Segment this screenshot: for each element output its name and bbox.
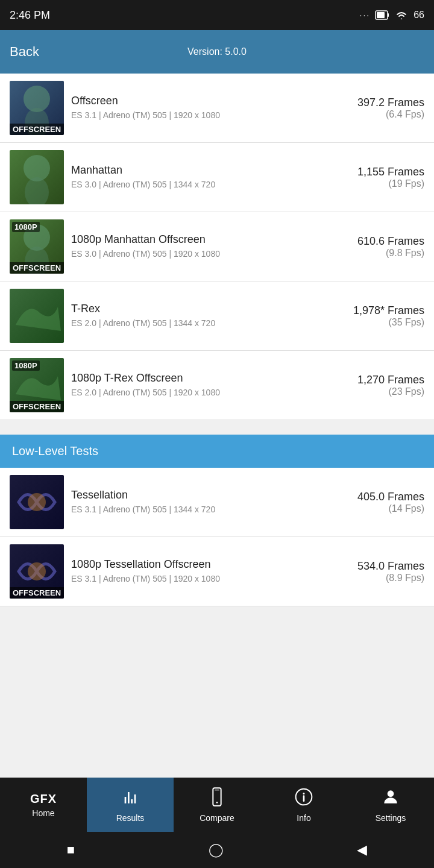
nav-label-home: Home (32, 808, 54, 818)
nav-icon-info (294, 787, 313, 811)
bench-row-offscreen[interactable]: OffscreenOffscreenES 3.1 | Adreno (TM) 5… (0, 74, 434, 143)
top-nav: Back Version: 5.0.0 (0, 30, 434, 74)
nav-label-compare: Compare (200, 813, 234, 823)
bench-fps-offscreen: (6.4 Fps) (346, 109, 424, 120)
svg-rect-1 (377, 12, 385, 18)
status-time: 2:46 PM (10, 9, 50, 22)
bench-name-offscreen: Offscreen (71, 95, 339, 107)
bench-score-manhattan: 1,155 Frames(19 Fps) (346, 166, 424, 189)
bench-row-manhattan[interactable]: ManhattanES 3.0 | Adreno (TM) 505 | 1344… (0, 143, 434, 212)
bench-frames-offscreen: 397.2 Frames (346, 96, 424, 109)
bench-row-manhattan-1080p[interactable]: 1080POffscreen1080p Manhattan OffscreenE… (0, 212, 434, 281)
nav-item-home[interactable]: GFXHome (0, 778, 87, 832)
nav-icon-settings (381, 787, 400, 811)
android-back-button[interactable]: ◀ (357, 842, 367, 858)
overlay-label-trex-1080p: Offscreen (10, 401, 64, 412)
bench-score-trex: 1,978* Frames(35 Fps) (346, 304, 424, 328)
bench-fps-trex-1080p: (23 Fps) (346, 386, 424, 397)
gfx-logo: GFX (30, 792, 57, 806)
bench-meta-trex-1080p: ES 2.0 | Adreno (TM) 505 | 1920 x 1080 (71, 387, 339, 399)
nav-icon-results (121, 787, 140, 811)
bench-frames-tessellation: 405.0 Frames (346, 491, 424, 503)
bench-info-trex-1080p: 1080p T-Rex OffscreenES 2.0 | Adreno (TM… (64, 372, 346, 399)
wifi-icon (394, 10, 409, 20)
bench-meta-tessellation-1080p: ES 3.1 | Adreno (TM) 505 | 1920 x 1080 (71, 573, 339, 585)
version-label: Version: 5.0.0 (187, 46, 247, 57)
bench-score-offscreen: 397.2 Frames(6.4 Fps) (346, 96, 424, 120)
bench-fps-tessellation: (14 Fps) (346, 503, 424, 514)
svg-point-12 (216, 802, 218, 804)
bench-meta-manhattan-1080p: ES 3.0 | Adreno (TM) 505 | 1920 x 1080 (71, 248, 339, 260)
bench-info-tessellation-1080p: 1080p Tessellation OffscreenES 3.1 | Adr… (64, 558, 346, 585)
nav-item-settings[interactable]: Settings (347, 778, 434, 832)
bench-thumb-manhattan (10, 150, 64, 204)
res-label-trex-1080p: 1080P (12, 360, 40, 371)
bench-info-manhattan-1080p: 1080p Manhattan OffscreenES 3.0 | Adreno… (64, 233, 346, 260)
bench-score-tessellation: 405.0 Frames(14 Fps) (346, 491, 424, 514)
bench-thumb-trex-1080p: 1080POffscreen (10, 358, 64, 412)
bench-name-manhattan: Manhattan (71, 164, 339, 177)
bench-name-trex: T-Rex (71, 303, 339, 315)
bench-frames-trex: 1,978* Frames (346, 304, 424, 317)
bottom-nav: GFXHomeResultsCompareInfoSettings (0, 778, 434, 832)
section-spacer (0, 420, 434, 435)
bench-meta-tessellation: ES 3.1 | Adreno (TM) 505 | 1344 x 720 (71, 504, 339, 516)
low-level-section-header: Low-Level Tests (0, 435, 434, 468)
android-nav: ■ ◯ ◀ (0, 832, 434, 868)
bench-meta-trex: ES 2.0 | Adreno (TM) 505 | 1344 x 720 (71, 318, 339, 330)
status-dots: ··· (360, 10, 371, 20)
bench-frames-manhattan-1080p: 610.6 Frames (346, 235, 424, 248)
bench-score-manhattan-1080p: 610.6 Frames(9.8 Fps) (346, 235, 424, 259)
low-level-content: TessellationES 3.1 | Adreno (TM) 505 | 1… (0, 468, 434, 606)
bench-score-trex-1080p: 1,270 Frames(23 Fps) (346, 374, 424, 397)
bench-thumb-offscreen: Offscreen (10, 81, 64, 135)
battery-icon (375, 10, 389, 20)
content-area: OffscreenOffscreenES 3.1 | Adreno (TM) 5… (0, 74, 434, 435)
overlay-label-offscreen: Offscreen (10, 124, 64, 135)
status-bar: 2:46 PM ··· 66 (0, 0, 434, 30)
bench-info-manhattan: ManhattanES 3.0 | Adreno (TM) 505 | 1344… (64, 164, 346, 191)
bench-row-trex-1080p[interactable]: 1080POffscreen1080p T-Rex OffscreenES 2.… (0, 351, 434, 420)
bench-meta-manhattan: ES 3.0 | Adreno (TM) 505 | 1344 x 720 (71, 179, 339, 191)
bench-frames-tessellation-1080p: 534.0 Frames (346, 560, 424, 573)
bench-thumb-tessellation (10, 475, 64, 529)
bench-row-tessellation[interactable]: TessellationES 3.1 | Adreno (TM) 505 | 1… (0, 468, 434, 537)
nav-icon-compare (207, 787, 227, 811)
battery-percent: 66 (414, 10, 424, 20)
overlay-label-tessellation-1080p: Offscreen (10, 587, 64, 599)
nav-item-results[interactable]: Results (87, 778, 174, 832)
bench-name-tessellation: Tessellation (71, 489, 339, 502)
status-icons: ··· 66 (360, 10, 424, 20)
bench-info-tessellation: TessellationES 3.1 | Adreno (TM) 505 | 1… (64, 489, 346, 516)
android-home-button[interactable]: ◯ (209, 842, 224, 858)
bench-thumb-trex (10, 289, 64, 343)
svg-point-10 (28, 562, 46, 580)
nav-item-compare[interactable]: Compare (174, 778, 260, 832)
svg-point-6 (25, 177, 49, 204)
android-stop-button[interactable]: ■ (67, 842, 75, 858)
bench-row-tessellation-1080p[interactable]: Offscreen1080p Tessellation OffscreenES … (0, 537, 434, 606)
bench-name-tessellation-1080p: 1080p Tessellation Offscreen (71, 558, 339, 571)
bench-name-trex-1080p: 1080p T-Rex Offscreen (71, 372, 339, 385)
bench-name-manhattan-1080p: 1080p Manhattan Offscreen (71, 233, 339, 246)
bench-fps-manhattan: (19 Fps) (346, 178, 424, 189)
nav-item-info[interactable]: Info (260, 778, 347, 832)
svg-point-17 (303, 793, 305, 794)
overlay-label-manhattan-1080p: Offscreen (10, 262, 64, 274)
nav-label-results: Results (116, 813, 145, 823)
svg-point-18 (388, 790, 394, 797)
res-label-manhattan-1080p: 1080P (12, 222, 40, 232)
back-button[interactable]: Back (10, 44, 39, 60)
bench-info-offscreen: OffscreenES 3.1 | Adreno (TM) 505 | 1920… (64, 95, 346, 122)
bench-fps-manhattan-1080p: (9.8 Fps) (346, 248, 424, 259)
svg-point-9 (28, 493, 46, 511)
nav-label-settings: Settings (376, 813, 406, 823)
svg-rect-13 (215, 790, 219, 790)
bench-row-trex[interactable]: T-RexES 2.0 | Adreno (TM) 505 | 1344 x 7… (0, 281, 434, 351)
svg-rect-2 (388, 13, 389, 17)
bench-meta-offscreen: ES 3.1 | Adreno (TM) 505 | 1920 x 1080 (71, 110, 339, 122)
bench-fps-tessellation-1080p: (8.9 Fps) (346, 573, 424, 583)
bench-info-trex: T-RexES 2.0 | Adreno (TM) 505 | 1344 x 7… (64, 303, 346, 330)
nav-label-info: Info (297, 813, 310, 823)
bench-frames-trex-1080p: 1,270 Frames (346, 374, 424, 386)
